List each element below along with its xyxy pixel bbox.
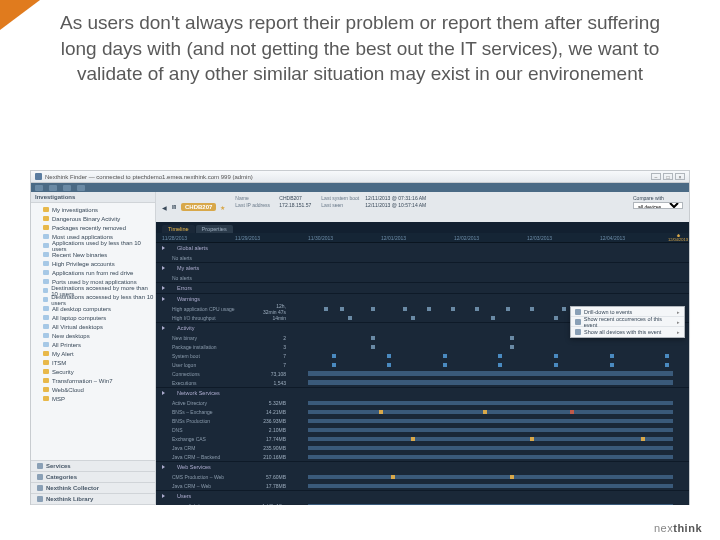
- maximize-button[interactable]: □: [663, 173, 673, 180]
- panel-icon: [37, 463, 43, 469]
- sidebar-item-label: High Privilege accounts: [52, 261, 115, 267]
- tab-timeline[interactable]: Timeline: [162, 225, 195, 233]
- sidebar-header: Investigations: [31, 192, 155, 203]
- section-header[interactable]: Errors: [156, 283, 689, 293]
- tab-properties[interactable]: Properties: [196, 225, 233, 233]
- tooltip-label: Show all devices with this event: [584, 329, 661, 335]
- row-track: [292, 409, 689, 415]
- sidebar-item[interactable]: Packages recently removed: [31, 223, 155, 232]
- sidebar-panel[interactable]: Services: [31, 461, 155, 472]
- sidebar-item[interactable]: MSP: [31, 394, 155, 403]
- row-track: [292, 344, 689, 350]
- sidebar-item[interactable]: My Alert: [31, 349, 155, 358]
- section-row[interactable]: Package installation3: [156, 342, 689, 351]
- section-row[interactable]: CMS Production – Web57.60MB: [156, 472, 689, 481]
- sidebar-item-label: Security: [52, 369, 74, 375]
- activity-icon: [168, 325, 174, 331]
- section-header[interactable]: Web Services: [156, 462, 689, 472]
- folder-icon: [43, 360, 49, 365]
- toolbar-btn[interactable]: [63, 185, 71, 191]
- tooltip-row[interactable]: Show all devices with this event▸: [571, 327, 684, 337]
- timeline-ruler[interactable]: 11/28/2013 11/29/2013 11/30/2013 12/01/2…: [156, 233, 689, 243]
- tooltip-row[interactable]: Show recent occurrences of this event▸: [571, 317, 684, 327]
- section-row[interactable]: Java CRM – Web17.78MB: [156, 481, 689, 490]
- section-row[interactable]: No alerts: [156, 273, 689, 282]
- section-header[interactable]: My alerts: [156, 263, 689, 273]
- section-row[interactable]: gaspard\chdeveuser1d 8h 18m: [156, 501, 689, 505]
- breadcrumb: ◀ 🖥 CHDB207 ★: [162, 195, 225, 219]
- row-label: gaspard\chdeveuser: [172, 503, 262, 506]
- document-icon: [43, 342, 49, 347]
- ruler-home-icon[interactable]: 12/04/2013: [673, 234, 683, 242]
- sidebar-item[interactable]: Applications used by less than 10 users: [31, 241, 155, 250]
- sidebar-panel[interactable]: Nexthink Collector: [31, 483, 155, 494]
- section-header[interactable]: Global alerts: [156, 243, 689, 253]
- close-button[interactable]: ×: [675, 173, 685, 180]
- sidebar-item[interactable]: ITSM: [31, 358, 155, 367]
- toolbar-btn[interactable]: [35, 185, 43, 191]
- section-row[interactable]: DNS2.10MB: [156, 425, 689, 434]
- minimize-button[interactable]: –: [651, 173, 661, 180]
- document-icon: [43, 234, 49, 239]
- sidebar-item[interactable]: Applications run from red drive: [31, 268, 155, 277]
- panel-label: Services: [46, 463, 71, 469]
- section-title: Errors: [177, 285, 192, 291]
- section-title: Network Services: [177, 390, 220, 396]
- sidebar-item[interactable]: All Virtual desktops: [31, 322, 155, 331]
- sidebar-panel[interactable]: Categories: [31, 472, 155, 483]
- sidebar-panel[interactable]: Nexthink Library: [31, 494, 155, 505]
- sidebar-item[interactable]: High Privilege accounts: [31, 259, 155, 268]
- slide-headline: As users don't always report their probl…: [40, 10, 680, 87]
- ruler-date: 12/01/2013: [381, 235, 406, 241]
- alert-icon: [168, 245, 174, 251]
- row-track: [292, 371, 689, 377]
- sidebar-item[interactable]: New desktops: [31, 331, 155, 340]
- section-row[interactable]: BNSs Production236.93MB: [156, 416, 689, 425]
- document-icon: [43, 270, 49, 275]
- sidebar-item[interactable]: Web&Cloud: [31, 385, 155, 394]
- section-header[interactable]: Network Services: [156, 388, 689, 398]
- meta-val: 172.18.151.57: [279, 202, 311, 208]
- row-track: [292, 483, 689, 489]
- section-row[interactable]: User logon7: [156, 360, 689, 369]
- section-row[interactable]: Java CRM235.90MB: [156, 443, 689, 452]
- web-icon: [168, 464, 174, 470]
- section-row[interactable]: Active Directory5.32MB: [156, 398, 689, 407]
- section-row[interactable]: System boot7: [156, 351, 689, 360]
- row-label: No alerts: [172, 275, 262, 281]
- section-row[interactable]: Java CRM – Backend210.16MB: [156, 452, 689, 461]
- sidebar: Investigations My investigationsDangerou…: [31, 192, 156, 505]
- row-value: 210.16MB: [262, 454, 292, 460]
- row-label: BNSs Production: [172, 418, 262, 424]
- sidebar-item[interactable]: All laptop computers: [31, 313, 155, 322]
- row-value: 2: [262, 335, 292, 341]
- section-title: Web Services: [177, 464, 211, 470]
- section-header[interactable]: Users: [156, 491, 689, 501]
- meta-val: 12/11/2013 @ 07:31:16 AM: [365, 195, 426, 201]
- row-track: [292, 436, 689, 442]
- section-row[interactable]: Executions1,543: [156, 378, 689, 387]
- section-row[interactable]: Exchange CAS17.74MB: [156, 434, 689, 443]
- section-row[interactable]: No alerts: [156, 253, 689, 262]
- section-header[interactable]: Warnings: [156, 294, 689, 304]
- favorite-star-icon[interactable]: ★: [220, 204, 225, 211]
- toolbar-btn[interactable]: [49, 185, 57, 191]
- sidebar-item[interactable]: Security: [31, 367, 155, 376]
- sidebar-item[interactable]: All Printers: [31, 340, 155, 349]
- device-name-chip[interactable]: CHDB207: [181, 203, 216, 211]
- section-row[interactable]: BNSs – Exchange14.21MB: [156, 407, 689, 416]
- sidebar-item[interactable]: Dangerous Binary Activity: [31, 214, 155, 223]
- row-label: Executions: [172, 380, 262, 386]
- chevron-icon: [162, 465, 165, 469]
- compare-select[interactable]: all devices: [633, 202, 683, 209]
- sidebar-item[interactable]: Destinations accessed by less than 10 us…: [31, 295, 155, 304]
- section-title: Users: [177, 493, 191, 499]
- panel-icon: [37, 485, 43, 491]
- folder-icon: [43, 207, 49, 212]
- breadcrumb-back-icon[interactable]: ◀: [162, 204, 167, 211]
- devices-icon: [575, 329, 581, 335]
- sidebar-item[interactable]: My investigations: [31, 205, 155, 214]
- toolbar-btn[interactable]: [77, 185, 85, 191]
- sidebar-item[interactable]: Transformation – Win7: [31, 376, 155, 385]
- section-row[interactable]: Connections73,108: [156, 369, 689, 378]
